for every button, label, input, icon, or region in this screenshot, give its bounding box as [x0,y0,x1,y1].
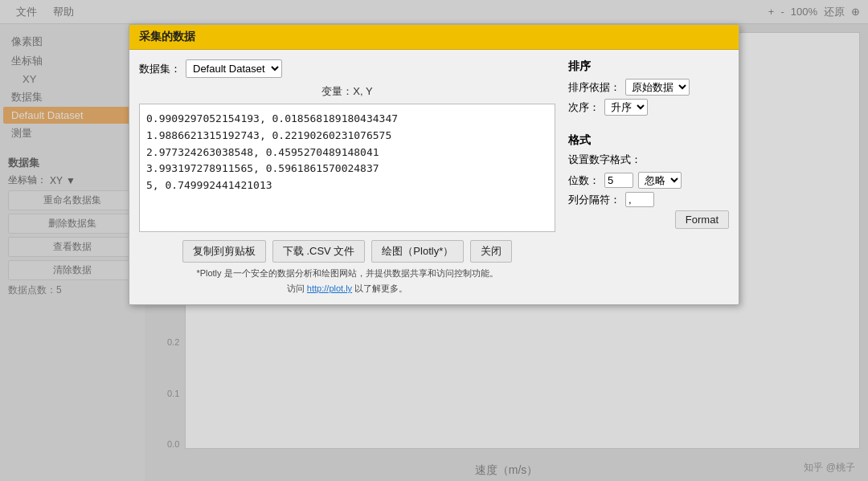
ignore-select[interactable]: 忽略 [638,172,682,189]
modal-left: 数据集： Default Dataset 变量：X, Y 0.990929705… [139,59,555,295]
modal-note: *Plotly 是一个安全的数据分析和绘图网站，并提供数据共享和访问控制功能。 [139,267,555,279]
sort-title: 排序 [568,59,729,74]
digits-label: 位数： [568,173,600,188]
digits-input[interactable] [604,173,633,188]
sort-section: 排序 排序依据： 原始数据 次序： 升序 [568,59,729,119]
sort-by-row: 排序依据： 原始数据 [568,79,729,96]
separator-input[interactable] [625,192,654,207]
modal-body: 数据集： Default Dataset 变量：X, Y 0.990929705… [129,50,739,304]
separator-row: 列分隔符： [568,192,729,207]
data-line-3: 2.977324263038548, 0.4595270489148041 [146,145,548,161]
modal-dataset-row: 数据集： Default Dataset [139,59,555,78]
sort-by-select[interactable]: 原始数据 [625,79,690,96]
sort-by-label: 排序依据： [568,80,620,95]
digits-row: 位数： 忽略 [568,172,729,189]
order-label: 次序： [568,100,600,115]
format-button[interactable]: Format [675,210,729,229]
dataset-label: 数据集： [139,62,181,76]
format-label: 设置数字格式： [568,153,729,167]
modal-right: 排序 排序依据： 原始数据 次序： 升序 [568,59,729,295]
data-line-1: 0.9909297052154193, 0.018568189180434347 [146,111,548,128]
modal-title: 采集的数据 [129,25,739,50]
modal-link: 访问 http://plot.ly 以了解更多。 [139,283,555,295]
order-row: 次序： 升序 [568,99,729,116]
modal-data-box: 0.9909297052154193, 0.018568189180434347… [139,104,555,232]
modal-dialog: 采集的数据 数据集： Default Dataset 变量：X, Y 0.990… [129,24,739,305]
plotly-link[interactable]: http://plot.ly [307,283,352,293]
data-line-4: 3.993197278911565, 0.5961861570024837 [146,161,548,177]
format-section: 格式 设置数字格式： 位数： 忽略 列分隔符： Format [568,133,729,229]
modal-actions: 复制到剪贴板 下载 .CSV 文件 绘图（Plotly*） 关闭 [139,240,555,263]
close-button[interactable]: 关闭 [470,240,512,263]
plot-button[interactable]: 绘图（Plotly*） [371,240,464,263]
dataset-select[interactable]: Default Dataset [186,59,282,78]
modal-variables: 变量：X, Y [139,84,555,99]
format-title: 格式 [568,133,729,148]
modal-overlay: 采集的数据 数据集： Default Dataset 变量：X, Y 0.990… [0,0,868,481]
data-line-2: 1.9886621315192743, 0.22190260231076575 [146,128,548,145]
copy-button[interactable]: 复制到剪贴板 [182,240,266,263]
download-csv-button[interactable]: 下载 .CSV 文件 [272,240,366,263]
data-line-5: 5, 0.749992441421013 [146,177,548,194]
order-select[interactable]: 升序 [604,99,648,116]
separator-label: 列分隔符： [568,193,620,207]
